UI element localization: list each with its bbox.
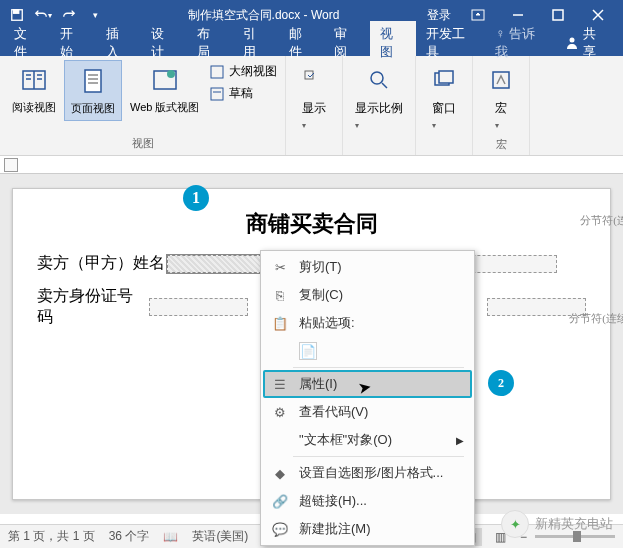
read-mode-button[interactable]: 阅读视图 bbox=[6, 60, 62, 119]
properties-icon: ☰ bbox=[271, 375, 289, 393]
ctx-hyperlink[interactable]: 🔗超链接(H)... bbox=[263, 487, 472, 515]
paste-icon: 📋 bbox=[271, 314, 289, 332]
svg-rect-1 bbox=[14, 10, 19, 14]
zoom-icon bbox=[363, 64, 395, 96]
show-button[interactable]: 显示▾ bbox=[292, 60, 336, 135]
status-words[interactable]: 36 个字 bbox=[109, 528, 150, 545]
print-layout-button[interactable]: 页面视图 bbox=[64, 60, 122, 121]
svg-rect-20 bbox=[211, 66, 223, 78]
ctx-textframe-object[interactable]: "文本框"对象(O)▶ bbox=[263, 426, 472, 454]
print-layout-icon bbox=[77, 65, 109, 97]
svg-point-24 bbox=[371, 72, 383, 84]
outline-view-button[interactable]: 大纲视图 bbox=[207, 62, 279, 81]
ctx-view-code[interactable]: ⚙查看代码(V) bbox=[263, 398, 472, 426]
macros-button[interactable]: 宏▾ bbox=[479, 60, 523, 135]
status-page[interactable]: 第 1 页，共 1 页 bbox=[8, 528, 95, 545]
ctx-new-comment[interactable]: 💬新建批注(M) bbox=[263, 515, 472, 543]
svg-rect-27 bbox=[439, 71, 453, 83]
seller-name-label: 卖方（甲方）姓名 bbox=[37, 253, 165, 274]
web-layout-icon bbox=[149, 64, 181, 96]
status-proofing-icon[interactable]: 📖 bbox=[163, 530, 178, 544]
ctx-paste-option-1[interactable]: 📄 bbox=[263, 337, 472, 365]
copy-icon: ⎘ bbox=[271, 286, 289, 304]
comment-icon: 💬 bbox=[271, 520, 289, 538]
window-icon bbox=[428, 64, 460, 96]
macros-icon bbox=[485, 64, 517, 96]
svg-point-19 bbox=[167, 70, 175, 78]
ruler[interactable] bbox=[0, 156, 623, 174]
group-views-label: 视图 bbox=[6, 134, 279, 153]
section-break-1: 分节符(连 bbox=[580, 213, 623, 228]
format-shape-icon: ◆ bbox=[271, 464, 289, 482]
show-icon bbox=[298, 64, 330, 96]
zoom-button[interactable]: 显示比例▾ bbox=[349, 60, 409, 135]
section-break-2: 分节符(连续 bbox=[569, 311, 623, 326]
ctx-format-autoshape[interactable]: ◆设置自选图形/图片格式... bbox=[263, 459, 472, 487]
svg-line-25 bbox=[382, 83, 387, 88]
svg-point-7 bbox=[570, 38, 575, 43]
seller-id-label: 卖方身份证号码 bbox=[37, 286, 147, 328]
callout-badge-1: 1 bbox=[183, 185, 209, 211]
window-button[interactable]: 窗口▾ bbox=[422, 60, 466, 135]
seller-name-textbox[interactable] bbox=[167, 255, 267, 273]
watermark-icon: ✦ bbox=[501, 510, 529, 538]
paste-keep-icon: 📄 bbox=[299, 342, 317, 360]
svg-rect-14 bbox=[85, 70, 101, 92]
ctx-paste-options: 📋粘贴选项: bbox=[263, 309, 472, 337]
submenu-arrow-icon: ▶ bbox=[456, 435, 464, 446]
status-language[interactable]: 英语(美国) bbox=[192, 528, 248, 545]
code-icon: ⚙ bbox=[271, 403, 289, 421]
hyperlink-icon: 🔗 bbox=[271, 492, 289, 510]
seller-id-textbox[interactable] bbox=[149, 298, 248, 316]
group-macros-label: 宏 bbox=[479, 135, 523, 154]
context-menu: ✂剪切(T) ⎘复制(C) 📋粘贴选项: 📄 ☰属性(I) ⚙查看代码(V) "… bbox=[260, 250, 475, 546]
document-title: 商铺买卖合同 bbox=[37, 209, 586, 239]
watermark: ✦ 新精英充电站 bbox=[501, 510, 613, 538]
read-mode-icon bbox=[18, 64, 50, 96]
tab-selector[interactable] bbox=[4, 158, 18, 172]
draft-view-button[interactable]: 草稿 bbox=[207, 84, 279, 103]
cut-icon: ✂ bbox=[271, 258, 289, 276]
svg-rect-4 bbox=[553, 10, 563, 20]
ctx-copy[interactable]: ⎘复制(C) bbox=[263, 281, 472, 309]
ctx-cut[interactable]: ✂剪切(T) bbox=[263, 253, 472, 281]
svg-rect-21 bbox=[211, 88, 223, 100]
callout-badge-2: 2 bbox=[488, 370, 514, 396]
web-layout-button[interactable]: Web 版式视图 bbox=[124, 60, 205, 119]
share-button[interactable]: 共享 bbox=[555, 21, 619, 65]
